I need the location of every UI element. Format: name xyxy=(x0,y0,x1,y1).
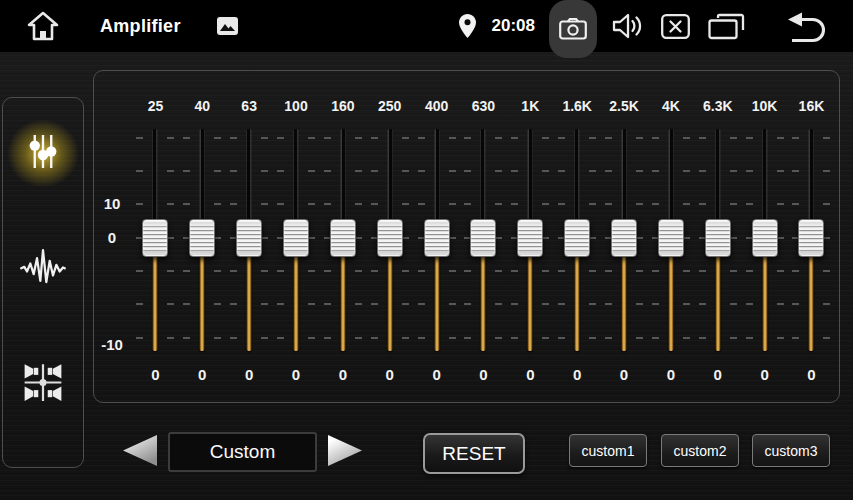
page-title: Amplifier xyxy=(100,16,181,37)
band-value: 0 xyxy=(179,366,226,383)
band-value: 0 xyxy=(460,366,507,383)
preset-prev-button[interactable] xyxy=(122,435,158,469)
axis-label-mid: 0 xyxy=(96,229,128,246)
axis-label-min: -10 xyxy=(96,336,128,353)
band-value: 0 xyxy=(694,366,741,383)
slider-knob[interactable] xyxy=(283,219,309,257)
slider-knob[interactable] xyxy=(377,219,403,257)
band-value: 0 xyxy=(366,366,413,383)
volume-button[interactable] xyxy=(611,12,644,40)
band-freq-label: 400 xyxy=(413,98,460,114)
slider-knob[interactable] xyxy=(658,219,684,257)
close-app-button[interactable] xyxy=(661,14,690,39)
recents-button[interactable] xyxy=(708,13,745,40)
slider-knob[interactable] xyxy=(564,219,590,257)
preset-next-button[interactable] xyxy=(327,435,363,469)
band-value: 0 xyxy=(741,366,788,383)
band-value: 0 xyxy=(319,366,366,383)
sidebar-item-equalizer[interactable] xyxy=(25,132,61,175)
slider-knob[interactable] xyxy=(470,219,496,257)
band-freq-label: 63 xyxy=(226,98,273,114)
band-value: 0 xyxy=(413,366,460,383)
band-freq-label: 100 xyxy=(273,98,320,114)
slider-knob[interactable] xyxy=(236,219,262,257)
slider-knob[interactable] xyxy=(189,219,215,257)
sidebar-item-sound-effect[interactable] xyxy=(19,246,67,293)
arrow-right-icon xyxy=(327,454,363,469)
band-freq-label: 16K xyxy=(788,98,835,114)
home-icon xyxy=(26,10,60,42)
location-icon xyxy=(459,14,476,38)
slider-knob[interactable] xyxy=(330,219,356,257)
preset-custom1-button[interactable]: custom1 xyxy=(569,434,647,467)
equalizer-panel: 10 0 -10 25 0 40 0 63 0 xyxy=(93,70,840,403)
preset-custom2-button[interactable]: custom2 xyxy=(661,434,739,467)
axis-label-max: 10 xyxy=(96,195,128,212)
band-freq-label: 250 xyxy=(366,98,413,114)
top-bar: Amplifier 20:08 xyxy=(0,0,853,52)
eq-band: 63 0 xyxy=(226,71,273,404)
head-unit-screen: Amplifier 20:08 xyxy=(0,0,853,500)
band-value: 0 xyxy=(226,366,273,383)
clock: 20:08 xyxy=(492,16,535,36)
slider-knob[interactable] xyxy=(705,219,731,257)
band-freq-label: 10K xyxy=(741,98,788,114)
eq-band: 160 0 xyxy=(319,71,366,404)
band-freq-label: 6.3K xyxy=(694,98,741,114)
band-value: 0 xyxy=(273,366,320,383)
back-icon xyxy=(785,10,826,43)
band-value: 0 xyxy=(132,366,179,383)
eq-band: 25 0 xyxy=(132,71,179,404)
preset-name: Custom xyxy=(210,441,275,463)
eq-band: 250 0 xyxy=(366,71,413,404)
band-freq-label: 1.6K xyxy=(554,98,601,114)
band-freq-label: 2.5K xyxy=(601,98,648,114)
preset-custom3-button[interactable]: custom3 xyxy=(752,434,830,467)
eq-band: 100 0 xyxy=(273,71,320,404)
camera-icon xyxy=(559,18,587,40)
band-freq-label: 40 xyxy=(179,98,226,114)
home-button[interactable] xyxy=(26,10,60,42)
eq-bands: 25 0 40 0 63 0 100 xyxy=(132,71,835,404)
back-button[interactable] xyxy=(785,10,826,43)
eq-band: 6.3K 0 xyxy=(694,71,741,404)
eq-band: 400 0 xyxy=(413,71,460,404)
sidebar xyxy=(2,97,84,468)
slider-knob[interactable] xyxy=(424,219,450,257)
eq-band: 10K 0 xyxy=(741,71,788,404)
band-value: 0 xyxy=(554,366,601,383)
slider-knob[interactable] xyxy=(798,219,824,257)
arrow-left-icon xyxy=(122,454,158,469)
sidebar-item-balance-fader[interactable] xyxy=(22,362,64,407)
recents-icon xyxy=(708,13,745,40)
preset-selector[interactable]: Custom xyxy=(168,432,317,472)
band-freq-label: 160 xyxy=(319,98,366,114)
eq-band: 2.5K 0 xyxy=(601,71,648,404)
reset-button[interactable]: RESET xyxy=(423,433,525,474)
band-value: 0 xyxy=(601,366,648,383)
eq-band: 40 0 xyxy=(179,71,226,404)
eq-band: 4K 0 xyxy=(647,71,694,404)
slider-knob[interactable] xyxy=(517,219,543,257)
eq-band: 1.6K 0 xyxy=(554,71,601,404)
screenshot-button[interactable] xyxy=(549,0,597,58)
eq-band: 1K 0 xyxy=(507,71,554,404)
band-value: 0 xyxy=(507,366,554,383)
eq-band: 16K 0 xyxy=(788,71,835,404)
band-freq-label: 1K xyxy=(507,98,554,114)
band-freq-label: 4K xyxy=(647,98,694,114)
band-value: 0 xyxy=(788,366,835,383)
close-icon xyxy=(661,14,690,39)
slider-knob[interactable] xyxy=(611,219,637,257)
band-freq-label: 630 xyxy=(460,98,507,114)
volume-icon xyxy=(611,12,644,40)
eq-band: 630 0 xyxy=(460,71,507,404)
slider-knob[interactable] xyxy=(752,219,778,257)
image-icon xyxy=(217,17,238,35)
band-freq-label: 25 xyxy=(132,98,179,114)
speakers-cross-icon xyxy=(22,392,64,407)
waveform-icon xyxy=(19,278,67,293)
band-value: 0 xyxy=(647,366,694,383)
slider-knob[interactable] xyxy=(142,219,168,257)
